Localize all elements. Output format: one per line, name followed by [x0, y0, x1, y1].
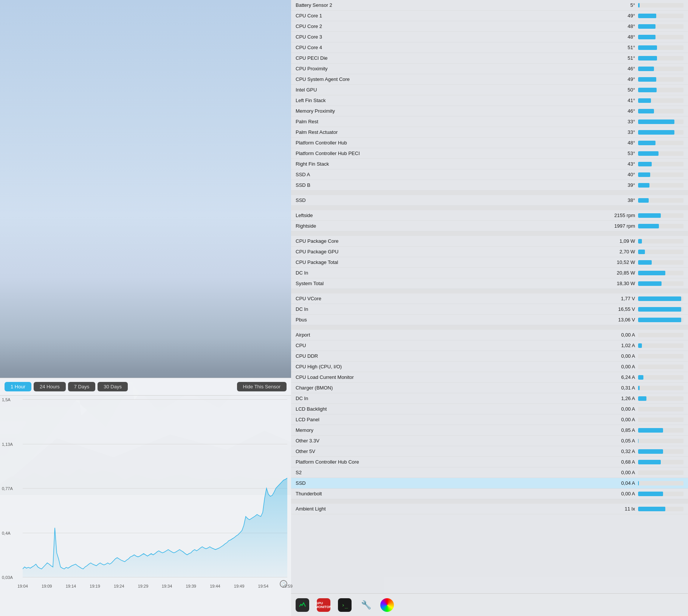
- sensor-name: Ambient Light: [296, 506, 608, 512]
- sensor-name: CPU Package Core: [296, 238, 608, 244]
- sensor-bar: [638, 35, 655, 39]
- sensor-name: Platform Controller Hub Core: [296, 459, 608, 465]
- sensor-name: Right Fin Stack: [296, 161, 608, 167]
- sensor-thunderbolt[interactable]: Thunderbolt 0,00 A: [291, 489, 688, 499]
- 24-hours-button[interactable]: 24 Hours: [34, 382, 66, 391]
- sensor-ssd-b[interactable]: SSD B 39°: [291, 180, 688, 191]
- sensor-bar-container: [638, 343, 683, 348]
- sensor-s2[interactable]: S2 0,00 A: [291, 467, 688, 478]
- sensor-value: 38°: [608, 197, 638, 203]
- sensor-charger-bmon[interactable]: Charger (BMON) 0,31 A: [291, 383, 688, 393]
- sensor-value: 0,31 A: [608, 385, 638, 391]
- sensor-ssd-temp[interactable]: SSD 38°: [291, 195, 688, 206]
- sensor-name: Intel GPU: [296, 87, 608, 93]
- sensor-name: Platform Controller Hub: [296, 140, 608, 146]
- 1-hour-button[interactable]: 1 Hour: [5, 382, 31, 391]
- sensor-cpu-current[interactable]: CPU 1,02 A: [291, 340, 688, 351]
- sensor-ssd-current[interactable]: SSD 0,04 A: [291, 478, 688, 489]
- sensor-pbus[interactable]: Pbus 13,06 V: [291, 315, 688, 325]
- sensor-memory-current[interactable]: Memory 0,85 A: [291, 425, 688, 436]
- sensor-bar: [638, 224, 659, 228]
- sensor-palm-rest-actuator[interactable]: Palm Rest Actuator 33°: [291, 127, 688, 138]
- sensor-dc-in-current[interactable]: DC In 1,26 A: [291, 393, 688, 404]
- sensor-left-fin-stack[interactable]: Left Fin Stack 41°: [291, 95, 688, 106]
- sensor-palm-rest[interactable]: Palm Rest 33°: [291, 116, 688, 127]
- sensor-other-3v3[interactable]: Other 3.3V 0,05 A: [291, 436, 688, 446]
- sensor-platform-controller-hub[interactable]: Platform Controller Hub 48°: [291, 138, 688, 148]
- sensor-bar-container: [638, 375, 683, 380]
- sensor-cpu-core-3[interactable]: CPU Core 3 48°: [291, 32, 688, 42]
- y-label-5: 0,03A: [2, 575, 13, 580]
- color-wheel-icon[interactable]: [380, 598, 394, 612]
- sensor-lcd-panel[interactable]: LCD Panel 0,00 A: [291, 414, 688, 425]
- sensor-value: 41°: [608, 98, 638, 103]
- sensor-bar-container: [638, 35, 683, 39]
- sensor-cpu-ddr[interactable]: CPU DDR 0,00 A: [291, 351, 688, 362]
- sensor-right-fin-stack[interactable]: Right Fin Stack 43°: [291, 159, 688, 169]
- x-label-2: 19:14: [66, 584, 76, 588]
- sensor-value: 33°: [608, 119, 638, 124]
- sensor-pch-core[interactable]: Platform Controller Hub Core 0,68 A: [291, 457, 688, 467]
- sensor-other-5v[interactable]: Other 5V 0,32 A: [291, 446, 688, 457]
- sensor-bar-container: [638, 3, 683, 8]
- sensor-leftside-fan[interactable]: Leftside 2155 rpm: [291, 210, 688, 221]
- sensor-value: 51°: [608, 45, 638, 50]
- sensor-intel-gpu[interactable]: Intel GPU 50°: [291, 85, 688, 95]
- sensor-cpu-vcore[interactable]: CPU VCore 1,77 V: [291, 293, 688, 304]
- sensor-dc-in-power[interactable]: DC In 20,85 W: [291, 268, 688, 278]
- sensor-value: 6,24 A: [608, 374, 638, 380]
- 7-days-button[interactable]: 7 Days: [68, 382, 95, 391]
- sensor-bar-container: [638, 470, 683, 475]
- gpu-monitor-icon[interactable]: GPUMONITOR: [317, 598, 330, 612]
- sensor-bar: [638, 375, 643, 380]
- sensor-cpu-package-core[interactable]: CPU Package Core 1,09 W: [291, 236, 688, 247]
- sensor-name: CPU System Agent Core: [296, 76, 608, 82]
- sensor-value: 1,77 V: [608, 296, 638, 301]
- sensor-bar-container: [638, 260, 683, 265]
- sensor-bar-container: [638, 151, 683, 156]
- sensor-bar-container: [638, 224, 683, 228]
- sensor-cpu-core-2[interactable]: CPU Core 2 48°: [291, 21, 688, 32]
- 30-days-button[interactable]: 30 Days: [98, 382, 128, 391]
- sensor-platform-controller-hub-peci[interactable]: Platform Controller Hub PECI 53°: [291, 148, 688, 159]
- sensor-airport[interactable]: Airport 0,00 A: [291, 330, 688, 340]
- sensor-bar-container: [638, 24, 683, 29]
- sensor-name: Left Fin Stack: [296, 98, 608, 103]
- settings-icon[interactable]: 🔧: [359, 598, 373, 612]
- sensor-bar-container: [638, 354, 683, 358]
- terminal-icon[interactable]: ›_: [338, 598, 352, 612]
- sensor-cpu-peci-die[interactable]: CPU PECI Die 51°: [291, 53, 688, 64]
- sensor-name: DC In: [296, 306, 608, 312]
- sensor-lcd-backlight[interactable]: LCD Backlight 0,00 A: [291, 404, 688, 414]
- x-label-3: 19:19: [90, 584, 100, 588]
- sensor-cpu-package-gpu[interactable]: CPU Package GPU 2,70 W: [291, 247, 688, 257]
- sensor-cpu-package-total[interactable]: CPU Package Total 10,52 W: [291, 257, 688, 268]
- sensor-cpu-load-current-monitor[interactable]: CPU Load Current Monitor 6,24 A: [291, 372, 688, 383]
- sensor-memory-proximity[interactable]: Memory Proximity 46°: [291, 106, 688, 116]
- sensor-name: CPU Package Total: [296, 259, 608, 265]
- clock-icon[interactable]: 🕐: [280, 580, 287, 588]
- activity-monitor-icon[interactable]: [296, 598, 309, 612]
- sensor-cpu-core-4[interactable]: CPU Core 4 51°: [291, 42, 688, 53]
- sensor-dc-in-voltage[interactable]: DC In 16,55 V: [291, 304, 688, 315]
- x-label-7: 19:39: [186, 584, 196, 588]
- sensor-rightside-fan[interactable]: Rightside 1997 rpm: [291, 221, 688, 231]
- sensor-battery-sensor-2[interactable]: Battery Sensor 2 5°: [291, 0, 688, 11]
- sensor-cpu-proximity[interactable]: CPU Proximity 46°: [291, 64, 688, 74]
- sensor-bar-container: [638, 239, 683, 244]
- sensor-name: CPU Package GPU: [296, 249, 608, 254]
- sensor-ssd-a[interactable]: SSD A 40°: [291, 169, 688, 180]
- sensor-ambient-light[interactable]: Ambient Light 11 lx: [291, 504, 688, 514]
- hide-sensor-button[interactable]: Hide This Sensor: [237, 382, 287, 391]
- sensor-value: 0,00 A: [608, 470, 638, 475]
- chart-container: 1,5A 1,13A 0,77A 0,4A 0,03A 19:04 19:09 …: [0, 396, 291, 592]
- sensor-value: 0,00 A: [608, 406, 638, 412]
- sensor-value: 11 lx: [608, 506, 638, 512]
- sensor-name: LCD Backlight: [296, 406, 608, 412]
- sensor-value: 18,30 W: [608, 281, 638, 286]
- sensor-cpu-high[interactable]: CPU High (CPU, I/O) 0,00 A: [291, 362, 688, 372]
- sensor-cpu-core-1[interactable]: CPU Core 1 49°: [291, 11, 688, 21]
- sensor-system-total[interactable]: System Total 18,30 W: [291, 278, 688, 289]
- sensor-name: LCD Panel: [296, 417, 608, 422]
- sensor-cpu-system-agent-core[interactable]: CPU System Agent Core 49°: [291, 74, 688, 85]
